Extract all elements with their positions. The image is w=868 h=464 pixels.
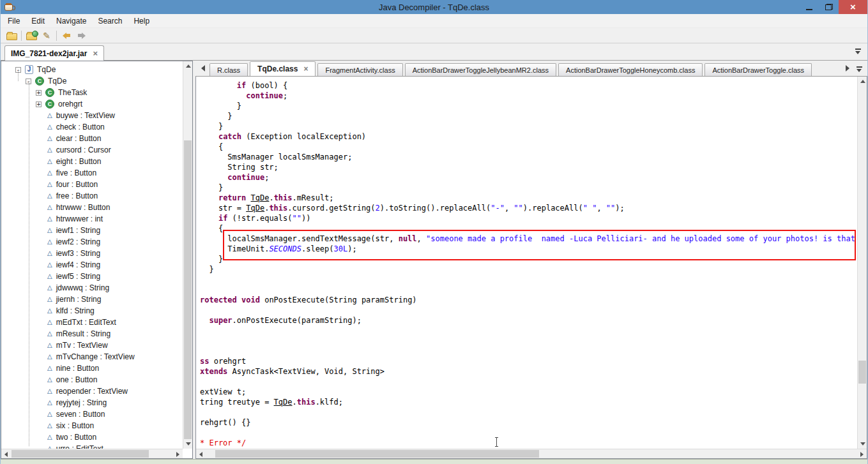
tree-item-label: four : Button — [56, 180, 98, 189]
jar-tab-label: IMG_7821-dex2jar.jar — [11, 49, 87, 58]
tab-fragmentactivity-class[interactable]: FragmentActivity.class — [317, 63, 402, 77]
tree-item-package-tqde[interactable]: -JTqDe — [1, 64, 183, 75]
tab-label: ActionBarDrawerToggleHoneycomb.class — [566, 66, 695, 74]
tree-item-label: iewf4 : String — [56, 260, 100, 269]
scroll-up-icon[interactable] — [183, 61, 193, 71]
code-line: continue; — [200, 91, 857, 101]
tab-label: ActionBarDrawerToggle.class — [712, 66, 804, 74]
tree-item-label: mResult : String — [56, 329, 110, 338]
scroll-down-icon[interactable] — [183, 439, 193, 449]
tree-vertical-scrollbar[interactable] — [183, 61, 192, 449]
code-horizontal-scrollbar[interactable] — [196, 449, 867, 458]
menu-file[interactable]: File — [2, 14, 26, 28]
restore-button[interactable] — [819, 0, 839, 14]
field-icon: △ — [47, 158, 52, 165]
tree-guide-line — [18, 70, 19, 81]
menu-edit[interactable]: Edit — [26, 14, 50, 28]
code-line: super.onPostExecute(paramString); — [200, 315, 857, 326]
close-button[interactable]: × — [839, 0, 867, 14]
field-icon: △ — [47, 388, 52, 394]
field-icon: △ — [47, 296, 52, 303]
scroll-left-icon[interactable] — [1, 449, 11, 459]
scroll-right-icon[interactable] — [173, 449, 183, 459]
tree-item-label: iewf5 : String — [56, 272, 100, 281]
window-title: Java Decompiler - TqDe.class — [1, 3, 867, 12]
tree-item-label: one : Button — [56, 375, 98, 384]
minimize-icon — [806, 9, 812, 10]
field-icon: △ — [47, 216, 52, 222]
close-jar-tab-icon[interactable]: × — [93, 50, 98, 57]
expand-icon[interactable]: + — [36, 90, 42, 96]
tabs-scroll-right-button[interactable] — [842, 63, 853, 74]
tabs-scroll-left-button[interactable] — [198, 63, 208, 74]
scroll-left-icon[interactable] — [196, 449, 206, 459]
code-line: } — [200, 111, 857, 121]
restore-icon — [825, 4, 833, 10]
tree-item-label: jdwwwq : String — [56, 283, 109, 292]
tab-label: R.class — [217, 66, 240, 74]
field-icon: △ — [47, 434, 52, 440]
code-line: if (!str.equals("")) — [200, 213, 857, 223]
window-controls: × — [799, 0, 867, 14]
menu-search[interactable]: Search — [92, 14, 128, 28]
code-vscroll-thumb[interactable] — [858, 361, 866, 384]
code-vertical-scrollbar[interactable] — [857, 77, 867, 449]
tree-item-label: cursord : Cursor — [56, 146, 111, 154]
tree-item-label: nine : Button — [56, 364, 99, 373]
class-icon: C — [35, 77, 44, 86]
code-line — [200, 336, 857, 346]
field-icon: △ — [47, 423, 52, 429]
tab-tqde-class[interactable]: TqDe.class× — [250, 61, 316, 77]
class-icon: C — [45, 100, 54, 109]
tree-item-label: mTv : TextView — [56, 341, 108, 350]
open-type-button[interactable] — [24, 29, 39, 43]
class-icon: C — [45, 88, 54, 97]
tree-horizontal-scrollbar[interactable] — [1, 449, 183, 458]
expand-icon[interactable]: + — [36, 101, 42, 107]
tree-hscroll-thumb[interactable] — [11, 450, 149, 458]
field-icon: △ — [47, 204, 52, 211]
toolbar-separator — [21, 31, 22, 41]
tabs-dropdown-icon[interactable] — [857, 66, 862, 72]
field-icon: △ — [47, 342, 52, 348]
code-editor[interactable]: if (bool) { continue; } } } catch (Excep… — [195, 77, 867, 459]
tree-item-label: orehgrt — [58, 100, 82, 109]
field-icon: △ — [47, 377, 52, 383]
menu-help[interactable]: Help — [128, 14, 155, 28]
tab-actionbardrawertoggle-class[interactable]: ActionBarDrawerToggle.class — [704, 63, 812, 77]
code-hscroll-thumb[interactable] — [215, 450, 539, 458]
titlebar: Java Decompiler - TqDe.class × — [1, 0, 867, 14]
scroll-right-icon[interactable] — [857, 449, 867, 459]
tree-item-label: reyjytej : String — [56, 398, 107, 407]
code-line: xtends AsyncTask<TextView, Void, String> — [200, 366, 857, 377]
field-icon: △ — [47, 273, 52, 280]
code-line: continue; — [200, 172, 857, 183]
open-file-button[interactable] — [4, 29, 19, 43]
tree-vscroll-thumb[interactable] — [184, 140, 192, 439]
java-file-icon: J — [25, 65, 33, 74]
menu-navigate[interactable]: Navigate — [50, 14, 92, 28]
tab-actionbardrawertogglehoneycomb-class[interactable]: ActionBarDrawerToggleHoneycomb.class — [558, 63, 703, 77]
field-icon: △ — [47, 112, 52, 119]
code-line: catch (Exception localException) — [200, 131, 857, 142]
search-button[interactable]: ✎ — [39, 29, 54, 43]
forward-button[interactable] — [74, 29, 89, 43]
tab-r-class[interactable]: R.class — [209, 63, 248, 77]
tree-item-label: htrwwwer : int — [56, 214, 103, 223]
code-line: if (bool) { — [200, 80, 857, 91]
window-bottom-border — [1, 459, 867, 464]
tab-list-dropdown-icon[interactable] — [855, 49, 861, 54]
close-tab-icon[interactable]: × — [303, 66, 308, 72]
toolbar: ✎ — [1, 28, 867, 43]
tab-actionbardrawertogglejellybeanmr2-class[interactable]: ActionBarDrawerToggleJellybeanMR2.class — [405, 63, 556, 77]
back-button[interactable] — [59, 29, 74, 43]
scroll-up-icon[interactable] — [858, 77, 867, 86]
scroll-down-icon[interactable] — [858, 439, 867, 449]
tree-guide-line — [29, 81, 29, 446]
code-line — [200, 326, 857, 336]
tree-item-label: TqDe — [37, 65, 56, 74]
minimize-button[interactable] — [799, 0, 819, 14]
editor-pane: R.classTqDe.class×FragmentActivity.class… — [195, 61, 867, 459]
jar-tab[interactable]: IMG_7821-dex2jar.jar × — [4, 45, 104, 61]
code-line — [200, 428, 857, 438]
